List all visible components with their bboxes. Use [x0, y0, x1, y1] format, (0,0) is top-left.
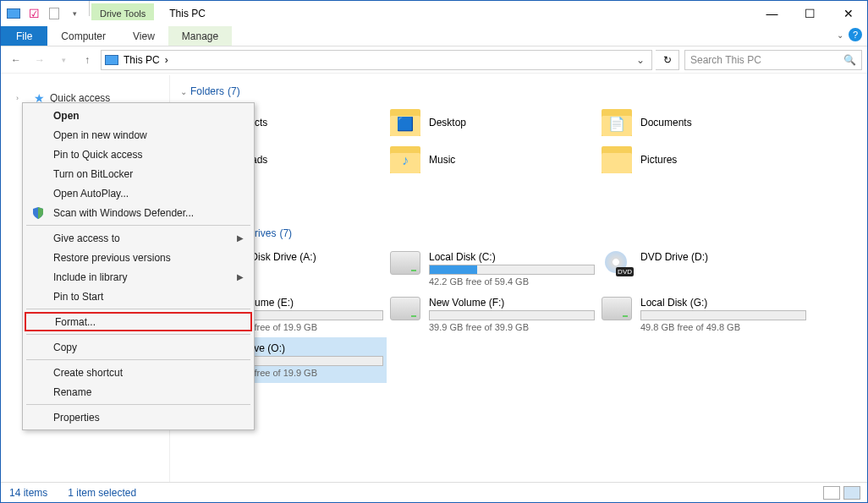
context-menu-item[interactable]: Format... [25, 312, 252, 331]
view-tab[interactable]: View [119, 26, 168, 46]
folder-item[interactable]: ♪Music [387, 141, 598, 178]
folder-label: Pictures [640, 154, 677, 166]
content-pane: ⌄ Folders (7) ▲3D Objects🟦Desktop📄Docume… [170, 75, 867, 482]
tiles-view-button[interactable] [843, 486, 860, 500]
dvd-icon: DVD [602, 251, 632, 275]
context-menu-item[interactable]: Rename [25, 382, 252, 402]
drive-item[interactable]: Local Disk (C:)42.2 GB free of 59.4 GB [387, 246, 598, 292]
recent-dropdown-icon[interactable]: ▾ [53, 50, 74, 70]
computer-tab[interactable]: Computer [47, 26, 119, 46]
drive-icon [390, 251, 420, 275]
context-menu-item[interactable]: Create shortcut [25, 363, 252, 382]
up-button[interactable]: ↑ [77, 50, 97, 70]
search-input[interactable]: Search This PC 🔍 [684, 50, 862, 70]
drive-icon [390, 297, 420, 320]
folder-icon [602, 146, 632, 173]
folder-icon: ♪ [390, 146, 420, 173]
folders-header[interactable]: ⌄ Folders (7) [175, 82, 862, 104]
drive-label: Local Disk (G:) [640, 297, 806, 310]
menu-item-label: Open AutoPlay... [53, 188, 129, 200]
drive-label: New Volume (F:) [429, 297, 595, 310]
title-bar: ☑ ▾ Drive Tools This PC — ☐ ✕ [1, 1, 867, 26]
help-icon[interactable]: ? [849, 28, 862, 41]
menu-item-label: Properties [53, 412, 100, 424]
qat-dropdown-icon[interactable]: ▾ [65, 4, 84, 23]
address-dropdown-icon[interactable]: ⌄ [633, 54, 648, 66]
context-menu-item[interactable]: Give access to▶ [25, 228, 252, 248]
drive-label: DVD Drive (D:) [640, 251, 806, 265]
folder-icon: 📄 [602, 109, 632, 136]
nav-bar: ← → ▾ ↑ This PC › ⌄ ↻ Search This PC 🔍 [1, 46, 867, 74]
submenu-arrow-icon: ▶ [237, 272, 244, 282]
chevron-right-icon: › [16, 94, 19, 102]
menu-item-label: Rename [53, 386, 91, 398]
drive-item[interactable]: Local Disk (G:)49.8 GB free of 49.8 GB [598, 292, 810, 337]
status-bar: 14 items 1 item selected [1, 482, 867, 502]
context-menu-item[interactable]: Open AutoPlay... [25, 183, 252, 203]
capacity-bar [640, 310, 806, 320]
props-icon[interactable]: ☑ [25, 4, 43, 23]
submenu-arrow-icon: ▶ [237, 233, 244, 243]
context-menu: OpenOpen in new windowPin to Quick acces… [22, 102, 255, 430]
drives-header[interactable]: ⌄ Devices and drives (7) [175, 224, 862, 246]
back-button[interactable]: ← [6, 50, 26, 70]
forward-button[interactable]: → [30, 50, 50, 70]
refresh-button[interactable]: ↻ [656, 50, 679, 70]
pc-icon [105, 55, 118, 65]
menu-item-label: Open [53, 110, 80, 122]
minimize-button[interactable]: — [753, 1, 791, 26]
capacity-bar [429, 310, 595, 320]
folder-label: Music [429, 154, 455, 166]
folder-item[interactable]: 🟦Desktop [387, 104, 598, 141]
menu-item-label: Open in new window [53, 129, 147, 141]
folder-icon: 🟦 [390, 109, 420, 136]
breadcrumb-arrow-icon[interactable]: › [165, 54, 168, 66]
folder-item[interactable]: 📄Documents [598, 104, 810, 141]
context-menu-item[interactable]: Include in library▶ [25, 267, 252, 287]
menu-item-label: Create shortcut [53, 367, 123, 379]
context-menu-item[interactable]: Open [25, 106, 252, 125]
quick-access-toolbar: ☑ ▾ [1, 1, 87, 26]
pc-icon[interactable] [4, 4, 23, 23]
menu-item-label: Pin to Start [53, 291, 103, 303]
context-menu-item[interactable]: Pin to Quick access [25, 145, 252, 164]
manage-tab[interactable]: Manage [168, 26, 232, 46]
context-menu-item[interactable]: Pin to Start [25, 287, 252, 306]
doc-icon[interactable] [45, 4, 63, 23]
ribbon-tabs: File Computer View Manage ⌄ ? [1, 26, 867, 46]
details-view-button[interactable] [823, 486, 840, 500]
ribbon-collapse-icon[interactable]: ⌄ [837, 30, 843, 40]
file-tab[interactable]: File [1, 26, 47, 46]
menu-item-label: Scan with Windows Defender... [53, 207, 194, 219]
context-menu-item[interactable]: Turn on BitLocker [25, 164, 252, 183]
menu-item-label: Give access to [53, 232, 120, 244]
capacity-bar [429, 265, 595, 275]
menu-item-label: Format... [55, 316, 96, 328]
address-bar[interactable]: This PC › ⌄ [101, 50, 652, 70]
context-menu-item[interactable]: Scan with Windows Defender... [25, 203, 252, 222]
menu-item-label: Include in library [53, 271, 127, 283]
folder-label: Desktop [429, 117, 466, 128]
search-placeholder: Search This PC [690, 54, 761, 66]
folder-label: Documents [640, 117, 692, 128]
context-menu-item[interactable]: Open in new window [25, 125, 252, 145]
contextual-tab-label: Drive Tools [91, 3, 154, 20]
context-menu-item[interactable]: Copy [25, 337, 252, 357]
window-title: This PC [154, 1, 206, 26]
folder-item[interactable]: Pictures [598, 141, 810, 178]
maximize-button[interactable]: ☐ [791, 1, 829, 26]
chevron-down-icon: ⌄ [180, 87, 187, 96]
breadcrumb-root[interactable]: This PC [124, 54, 160, 66]
drive-item[interactable]: New Volume (F:)39.9 GB free of 39.9 GB [387, 292, 598, 337]
drive-item[interactable]: DVDDVD Drive (D:) [598, 246, 810, 292]
menu-item-label: Turn on BitLocker [53, 168, 133, 180]
menu-item-label: Copy [53, 342, 77, 353]
shield-icon [31, 206, 45, 220]
status-selected-count: 1 item selected [68, 487, 136, 499]
menu-item-label: Restore previous versions [53, 252, 171, 264]
close-button[interactable]: ✕ [829, 1, 867, 26]
context-menu-item[interactable]: Properties [25, 407, 252, 427]
context-menu-item[interactable]: Restore previous versions [25, 248, 252, 267]
free-space-label: 49.8 GB free of 49.8 GB [640, 322, 806, 332]
menu-item-label: Pin to Quick access [53, 149, 142, 161]
